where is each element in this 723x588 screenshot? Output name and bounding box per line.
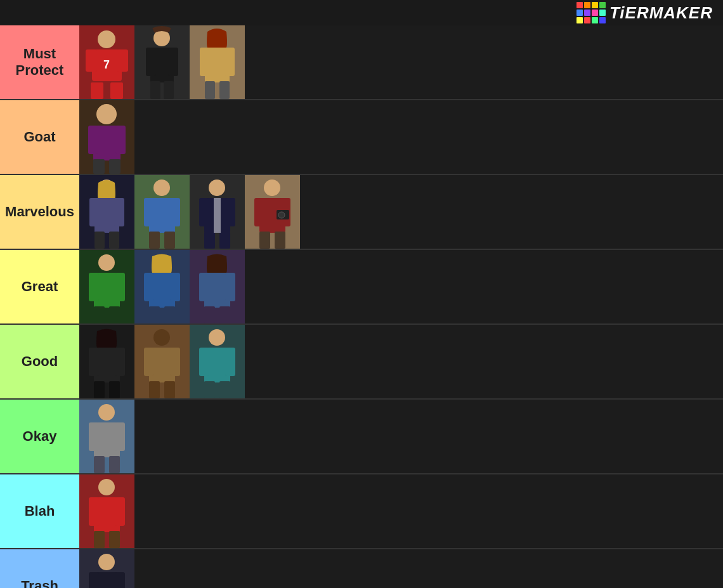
logo-text: TiERMAKER <box>609 3 713 23</box>
svg-rect-26 <box>115 126 126 154</box>
svg-point-117 <box>98 554 115 570</box>
svg-rect-19 <box>225 48 235 76</box>
svg-rect-41 <box>149 232 160 249</box>
tier-row-must-protect: Must Protect 7 <box>0 25 723 100</box>
svg-rect-47 <box>225 198 235 226</box>
list-item <box>190 250 245 323</box>
svg-point-52 <box>264 180 280 196</box>
tier-label-goat: Goat <box>0 100 79 174</box>
logo-cell <box>599 17 606 23</box>
svg-rect-93 <box>149 381 160 398</box>
svg-rect-46 <box>199 198 209 226</box>
svg-rect-48 <box>204 232 215 249</box>
svg-rect-27 <box>93 159 105 174</box>
tier-content-good <box>79 325 723 398</box>
logo-cell <box>576 17 583 23</box>
tier-content-must-protect: 7 <box>79 25 723 99</box>
svg-point-110 <box>98 479 115 495</box>
svg-rect-6 <box>86 49 97 72</box>
tier-label-must-protect: Must Protect <box>0 25 79 99</box>
svg-rect-86 <box>94 381 105 398</box>
svg-rect-71 <box>170 273 180 301</box>
logo-cell <box>592 10 598 16</box>
svg-rect-98 <box>199 348 209 376</box>
tier-row-goat: Goat <box>0 100 723 175</box>
tier-label-trash: Trash <box>0 549 79 588</box>
svg-rect-25 <box>88 126 98 154</box>
svg-rect-32 <box>89 198 100 226</box>
tier-label-okay: Okay <box>0 400 79 473</box>
svg-rect-105 <box>89 422 99 451</box>
svg-rect-72 <box>149 306 160 323</box>
svg-point-9 <box>153 30 170 46</box>
tier-row-okay: Okay <box>0 400 723 474</box>
svg-rect-4 <box>91 82 103 99</box>
list-item: 7 <box>79 25 134 99</box>
svg-rect-85 <box>115 348 125 376</box>
svg-rect-84 <box>89 348 99 376</box>
list-item <box>79 100 134 174</box>
svg-rect-5 <box>110 82 123 99</box>
tier-row-good: Good <box>0 325 723 400</box>
svg-rect-87 <box>109 381 120 398</box>
logo-cell <box>592 17 598 23</box>
list-item <box>134 325 190 398</box>
svg-rect-14 <box>164 81 174 99</box>
svg-rect-35 <box>109 232 119 249</box>
svg-rect-114 <box>94 531 105 548</box>
svg-rect-18 <box>200 48 210 76</box>
svg-rect-79 <box>204 306 215 323</box>
list-item <box>245 175 300 249</box>
svg-rect-101 <box>219 381 230 398</box>
svg-rect-12 <box>168 48 178 76</box>
svg-rect-65 <box>94 306 105 323</box>
list-item <box>79 400 134 473</box>
svg-rect-28 <box>109 159 120 174</box>
svg-point-89 <box>153 329 170 346</box>
list-item <box>79 474 134 548</box>
logo-cell <box>576 2 583 8</box>
logo-cell <box>576 10 583 16</box>
tiermaker-logo: TiERMAKER <box>576 2 713 23</box>
svg-point-1 <box>98 30 115 48</box>
logo-cell <box>584 17 590 23</box>
svg-rect-77 <box>199 273 209 301</box>
svg-rect-99 <box>225 348 235 376</box>
svg-rect-73 <box>164 306 175 323</box>
list-item <box>79 175 134 249</box>
svg-rect-80 <box>219 306 230 323</box>
svg-point-23 <box>96 104 117 124</box>
tier-row-great: Great <box>0 250 723 325</box>
svg-point-59 <box>278 212 285 218</box>
svg-point-96 <box>209 329 225 346</box>
tier-row-trash: Trash <box>0 549 723 588</box>
tier-content-marvelous <box>79 175 723 249</box>
svg-point-61 <box>98 254 115 271</box>
tier-label-blah: Blah <box>0 474 79 548</box>
svg-rect-11 <box>146 48 156 76</box>
svg-point-44 <box>209 180 225 196</box>
svg-rect-33 <box>114 198 124 226</box>
svg-rect-13 <box>150 81 160 99</box>
list-item <box>79 549 134 588</box>
svg-rect-21 <box>219 81 230 99</box>
svg-rect-91 <box>144 348 154 376</box>
svg-rect-119 <box>89 572 99 588</box>
svg-rect-113 <box>115 497 125 526</box>
tier-label-great: Great <box>0 250 79 323</box>
tier-content-blah <box>79 474 723 548</box>
tier-row-blah: Blah <box>0 474 723 549</box>
svg-rect-112 <box>89 497 99 526</box>
tier-content-great <box>79 250 723 323</box>
header: TiERMAKER <box>0 0 723 25</box>
list-item <box>79 325 134 398</box>
svg-rect-66 <box>109 306 120 323</box>
list-item <box>79 250 134 323</box>
list-item <box>134 250 190 323</box>
tier-list: Must Protect 7 <box>0 25 723 588</box>
logo-cell <box>599 2 606 8</box>
svg-rect-78 <box>225 273 235 301</box>
svg-rect-34 <box>94 232 105 249</box>
svg-rect-63 <box>89 273 99 301</box>
tier-label-good: Good <box>0 325 79 398</box>
